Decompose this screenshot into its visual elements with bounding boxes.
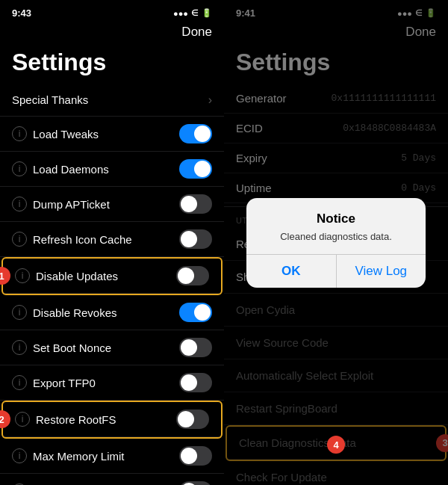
modal-ok-button[interactable]: OK [246,255,336,288]
info-icon[interactable]: i [12,161,27,176]
toggle-dump-apticket[interactable] [179,194,212,214]
badge-1: 1 [0,267,10,285]
left-nav-bar: Done [0,22,224,46]
left-status-bar: 9:43 ●●● ∈ 🔋 [0,0,224,22]
toggle-export-tfp0[interactable] [179,373,212,392]
left-page-title: Settings [0,46,224,84]
toggle-refresh-icon-cache[interactable] [179,229,212,249]
badge-2: 2 [0,410,10,428]
toggle-disable-updates[interactable] [176,266,209,285]
item-set-boot-nonce[interactable]: i Set Boot Nonce [0,330,224,365]
wifi-icon: ∈ [191,8,199,18]
left-settings-list: Special Thanks › i Load Tweaks i Load Da… [0,84,224,485]
item-load-tweaks[interactable]: i Load Tweaks [0,117,224,152]
signal-icon: ●●● [173,9,188,18]
item-restore-rootfs[interactable]: 2 i Restore RootFS [3,402,221,437]
modal-view-log-button[interactable]: View Log [337,255,426,288]
left-panel: 9:43 ●●● ∈ 🔋 Done Settings Special Thank… [0,0,224,485]
info-icon[interactable]: i [12,340,27,355]
item-special-thanks[interactable]: Special Thanks › [0,84,224,117]
modal-overlay: Notice Cleaned diagnostics data. OK View… [224,0,448,485]
notice-modal: Notice Cleaned diagnostics data. OK View… [246,198,426,288]
item-refresh-icon-cache[interactable]: i Refresh Icon Cache [0,222,224,257]
left-done-button[interactable]: Done [181,25,212,40]
right-panel: 9:41 ●●● ∈ 🔋 Done Settings Generator 0x1… [224,0,448,485]
modal-title: Notice [246,198,426,229]
item-export-tfp0[interactable]: i Export TFP0 [0,365,224,401]
toggle-load-tweaks[interactable] [179,124,212,143]
toggle-load-daemons[interactable] [179,159,212,179]
toggle-disable-revokes[interactable] [179,303,212,322]
modal-message: Cleaned diagnostics data. [246,229,426,254]
chevron-icon: › [208,93,212,107]
battery-icon: 🔋 [202,8,212,18]
modal-buttons: OK View Log [246,255,426,288]
item-load-daemons[interactable]: i Load Daemons [0,152,224,187]
left-status-icons: ●●● ∈ 🔋 [173,8,212,18]
toggle-set-boot-nonce[interactable] [179,338,212,357]
toggle-reinstall-openssh[interactable] [179,481,212,485]
toggle-max-memory[interactable] [179,446,212,466]
item-disable-revokes[interactable]: i Disable Revokes [0,295,224,330]
left-time: 9:43 [12,7,31,19]
info-icon[interactable]: i [12,305,27,320]
item-dump-apticket[interactable]: i Dump APTicket [0,187,224,222]
info-icon[interactable]: i [12,126,27,141]
toggle-restore-rootfs[interactable] [176,410,209,429]
info-icon[interactable]: i [12,197,27,211]
item-disable-updates[interactable]: 1 i Disable Updates [3,259,221,294]
info-icon[interactable]: i [12,448,27,463]
info-icon[interactable]: i [15,412,30,427]
info-icon[interactable]: i [12,375,27,390]
info-icon[interactable]: i [15,268,30,283]
item-reinstall-openssh[interactable]: i (Re)Install OpenSSH [0,474,224,485]
item-max-memory-limit[interactable]: i Max Memory Limit [0,439,224,474]
info-icon[interactable]: i [12,232,27,247]
